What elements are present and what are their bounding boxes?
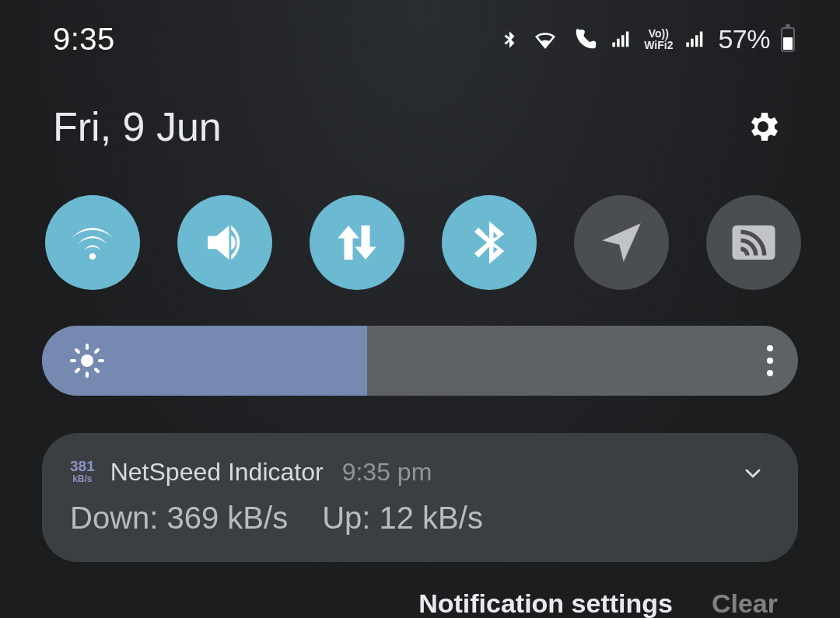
- notification-card[interactable]: 381 kB/s NetSpeed Indicator 9:35 pm Down…: [42, 433, 798, 562]
- chevron-down-icon[interactable]: [739, 464, 767, 483]
- notification-time: 9:35 pm: [342, 458, 432, 487]
- brightness-slider[interactable]: [42, 326, 798, 396]
- toggle-sound[interactable]: [177, 195, 272, 290]
- brightness-more-icon[interactable]: [767, 345, 773, 376]
- toggle-mobile-data[interactable]: [310, 195, 404, 290]
- wifi-icon: [530, 28, 560, 51]
- svg-point-0: [81, 354, 93, 367]
- toggle-location[interactable]: [574, 195, 669, 290]
- sim-label: Vo)) WiFi2: [644, 28, 673, 51]
- notification-app-icon: 381 kB/s: [70, 460, 95, 485]
- panel-header: Fri, 9 Jun: [0, 57, 840, 150]
- location-icon: [596, 217, 647, 268]
- status-bar: 9:35 Vo)) WiFi2 57%: [0, 0, 840, 57]
- svg-line-5: [76, 350, 79, 352]
- battery-percent: 57%: [718, 24, 770, 54]
- cast-icon: [728, 217, 779, 268]
- signal-2-icon: [684, 29, 707, 51]
- notification-app-name: NetSpeed Indicator: [110, 458, 324, 487]
- notification-header: 381 kB/s NetSpeed Indicator 9:35 pm: [70, 458, 762, 487]
- bluetooth-icon: [499, 26, 520, 54]
- toggle-wifi[interactable]: [45, 195, 140, 290]
- up-speed: Up: 12 kB/s: [322, 501, 483, 536]
- speaker-icon: [199, 217, 250, 268]
- down-speed: Down: 369 kB/s: [70, 501, 288, 536]
- date-label[interactable]: Fri, 9 Jun: [53, 103, 222, 150]
- settings-gear-icon[interactable]: [744, 108, 782, 145]
- clear-button[interactable]: Clear: [712, 588, 778, 618]
- signal-1-icon: [610, 29, 633, 51]
- toggle-smartview[interactable]: [706, 195, 801, 290]
- status-icons: Vo)) WiFi2 57%: [499, 24, 795, 54]
- battery-icon: [781, 27, 795, 52]
- toggle-bluetooth[interactable]: [442, 195, 537, 290]
- svg-line-7: [76, 369, 79, 372]
- data-arrows-icon: [331, 217, 383, 268]
- notification-body: Down: 369 kB/s Up: 12 kB/s: [70, 501, 762, 536]
- wifi-calling-icon: [571, 26, 599, 53]
- bluetooth-icon: [464, 217, 515, 268]
- wifi-icon: [67, 217, 118, 268]
- footer-actions: Notification settings Clear: [0, 562, 840, 618]
- svg-line-6: [96, 369, 98, 372]
- brightness-icon: [68, 342, 106, 379]
- status-time: 9:35: [53, 22, 115, 57]
- quick-toggles-row: [0, 150, 840, 290]
- svg-line-8: [96, 350, 98, 352]
- notification-settings-button[interactable]: Notification settings: [418, 588, 673, 618]
